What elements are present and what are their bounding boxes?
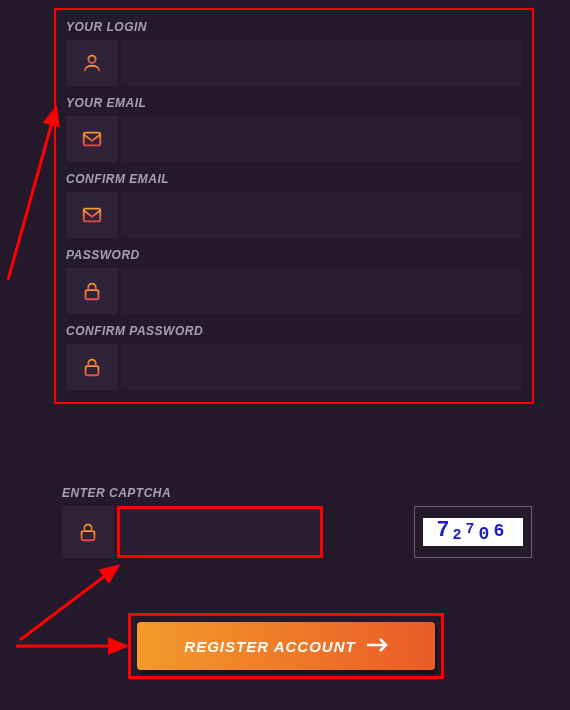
svg-line-1 (20, 566, 118, 640)
confirm-password-input[interactable] (121, 344, 522, 390)
captcha-image-container: 72706 (414, 506, 532, 558)
svg-rect-5 (84, 209, 101, 222)
email-input[interactable] (121, 116, 522, 162)
captcha-input[interactable] (120, 509, 320, 555)
captcha-field: ENTER CAPTCHA 72706 (62, 486, 532, 558)
login-field: YOUR LOGIN (66, 20, 522, 86)
registration-form-highlight: YOUR LOGIN YOUR EMAIL CONFIRM EMAIL PASS… (54, 8, 534, 404)
register-button-highlight: REGISTER ACCOUNT (128, 613, 444, 679)
email-field: YOUR EMAIL (66, 96, 522, 162)
email-label: YOUR EMAIL (66, 96, 522, 110)
lock-icon (66, 344, 118, 390)
mail-icon (66, 192, 118, 238)
login-label: YOUR LOGIN (66, 20, 522, 34)
password-field: PASSWORD (66, 248, 522, 314)
register-account-button[interactable]: REGISTER ACCOUNT (137, 622, 435, 670)
confirm-email-label: CONFIRM EMAIL (66, 172, 522, 186)
annotation-arrow-captcha (0, 560, 130, 650)
svg-point-3 (88, 56, 95, 63)
password-label: PASSWORD (66, 248, 522, 262)
login-input[interactable] (121, 40, 522, 86)
captcha-image: 72706 (423, 518, 523, 546)
annotation-arrow-button (10, 634, 140, 658)
svg-rect-8 (82, 531, 95, 540)
lock-icon (62, 506, 114, 558)
register-button-label: REGISTER ACCOUNT (184, 638, 355, 655)
svg-rect-7 (86, 366, 99, 375)
svg-rect-6 (86, 290, 99, 299)
svg-line-0 (8, 108, 56, 280)
confirm-password-field: CONFIRM PASSWORD (66, 324, 522, 390)
captcha-label: ENTER CAPTCHA (62, 486, 532, 500)
captcha-input-highlight (117, 506, 323, 558)
confirm-email-input[interactable] (121, 192, 522, 238)
arrow-right-icon (366, 638, 388, 655)
svg-rect-4 (84, 133, 101, 146)
lock-icon (66, 268, 118, 314)
confirm-email-field: CONFIRM EMAIL (66, 172, 522, 238)
confirm-password-label: CONFIRM PASSWORD (66, 324, 522, 338)
mail-icon (66, 116, 118, 162)
password-input[interactable] (121, 268, 522, 314)
user-icon (66, 40, 118, 86)
